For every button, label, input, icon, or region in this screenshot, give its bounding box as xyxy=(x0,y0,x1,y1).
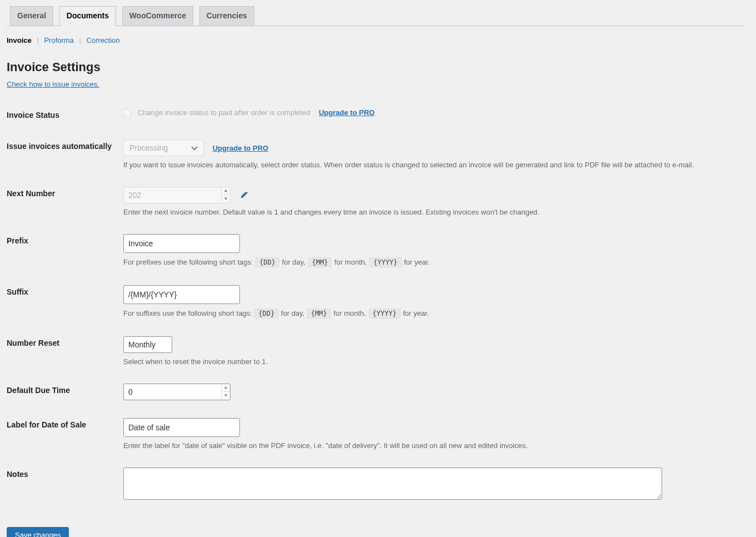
next-number-label: Next Number xyxy=(7,178,118,225)
issue-auto-select: Processing xyxy=(123,140,204,156)
submit-row: Save changes xyxy=(7,527,745,537)
date-sale-label: Label for Date of Sale xyxy=(7,409,118,459)
tag-yyyy: {YYYY} xyxy=(369,257,401,267)
tag-dd-2: {DD} xyxy=(254,309,278,319)
upgrade-link-2[interactable]: Upgrade to PRO xyxy=(213,144,268,152)
chevron-down-icon xyxy=(191,143,198,152)
notes-label: Notes xyxy=(7,459,118,510)
date-sale-description: Enter the label for "date of sale" visib… xyxy=(123,441,739,450)
prefix-label: Prefix xyxy=(7,225,118,276)
subtab-proforma[interactable]: Proforma xyxy=(44,36,73,44)
prefix-description: For prefixes use the following short tag… xyxy=(123,257,739,267)
separator-1: | xyxy=(33,36,42,44)
prefix-input[interactable] xyxy=(123,234,240,253)
issue-auto-label: Issue invoices automatically xyxy=(7,131,118,178)
separator-2: | xyxy=(76,36,84,44)
next-number-field xyxy=(124,187,221,203)
number-reset-description: Select when to reset the invoice number … xyxy=(123,357,739,366)
spinner-down-icon: ▼ xyxy=(222,195,230,203)
issue-auto-description: If you want to issue invoices automatica… xyxy=(123,161,739,169)
main-tabs: General Documents WooCommerce Currencies xyxy=(7,6,745,26)
next-number-description: Enter the next invoice number. Default v… xyxy=(123,208,739,216)
spinner-up-icon: ▲ xyxy=(222,187,230,195)
tag-mm: {MM} xyxy=(308,257,332,267)
tag-mm-2: {MM} xyxy=(307,309,331,319)
spinner-up-icon-2[interactable]: ▲ xyxy=(222,384,230,392)
default-due-label: Default Due Time xyxy=(7,375,118,409)
suffix-label: Suffix xyxy=(7,276,118,327)
suffix-description: For suffixes use the following short tag… xyxy=(123,309,739,319)
invoice-status-checkbox xyxy=(123,109,131,117)
suffix-input[interactable] xyxy=(123,285,240,304)
tab-general[interactable]: General xyxy=(10,6,53,26)
page-title: Invoice Settings xyxy=(7,60,745,74)
date-sale-input[interactable] xyxy=(123,418,240,437)
number-reset-select[interactable]: Monthly xyxy=(123,336,172,353)
help-link[interactable]: Check how to issue invoices. xyxy=(7,80,99,88)
subtab-correction[interactable]: Correction xyxy=(87,36,120,44)
tab-documents[interactable]: Documents xyxy=(59,6,116,26)
save-button[interactable]: Save changes xyxy=(7,527,69,537)
upgrade-link-1[interactable]: Upgrade to PRO xyxy=(319,108,374,117)
subtab-invoice[interactable]: Invoice xyxy=(7,36,32,44)
issue-auto-value: Processing xyxy=(129,143,168,152)
next-number-input: ▲ ▼ xyxy=(123,187,231,203)
tab-currencies[interactable]: Currencies xyxy=(199,6,254,26)
tag-yyyy-2: {YYYY} xyxy=(369,309,400,319)
number-reset-label: Number Reset xyxy=(7,327,118,375)
settings-form: Invoice Status Change invoice status to … xyxy=(7,100,745,510)
spinner-down-icon-2[interactable]: ▼ xyxy=(222,391,230,400)
edit-icon[interactable] xyxy=(239,191,248,201)
tab-woocommerce[interactable]: WooCommerce xyxy=(122,6,193,26)
invoice-status-checkbox-label: Change invoice status to paid after orde… xyxy=(138,108,311,117)
tag-dd: {DD} xyxy=(256,257,279,267)
document-subtabs: Invoice | Proforma | Correction xyxy=(7,36,745,44)
invoice-status-label: Invoice Status xyxy=(7,100,118,131)
default-due-field[interactable] xyxy=(124,384,221,400)
notes-textarea[interactable] xyxy=(123,468,662,500)
default-due-input[interactable]: ▲ ▼ xyxy=(123,384,231,400)
